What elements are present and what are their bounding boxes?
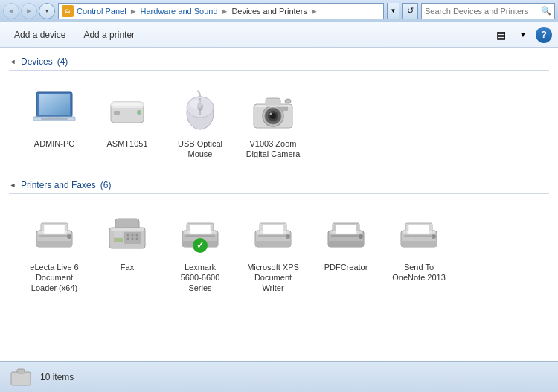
svg-rect-32 xyxy=(38,231,71,234)
svg-rect-2 xyxy=(39,94,70,115)
svg-rect-30 xyxy=(36,241,72,247)
svg-point-15 xyxy=(190,100,202,109)
svg-rect-54 xyxy=(255,241,291,247)
help-button[interactable]: ? xyxy=(536,27,552,43)
svg-rect-9 xyxy=(114,111,120,115)
breadcrumb-devices-printers: Devices and Printers xyxy=(231,7,307,16)
toolbar-right: ▤ ▼ ? xyxy=(491,25,552,45)
pdfcreator-label: PDFCreator xyxy=(324,262,368,272)
lexmark-icon: ✓ xyxy=(176,211,224,259)
asmt1051-icon xyxy=(103,88,151,135)
device-usb-optical-mouse[interactable]: USB Optical Mouse xyxy=(167,83,234,165)
svg-rect-42 xyxy=(114,238,123,242)
devices-grid: ADMIN-PC ASMT1051 xyxy=(9,77,549,177)
device-send-onenote[interactable]: Send To OneNote 2013 xyxy=(385,206,452,299)
svg-rect-53 xyxy=(258,235,288,237)
printers-section-toggle[interactable]: ◄ xyxy=(9,181,16,189)
asmt1051-label: ASMT1051 xyxy=(106,138,147,149)
svg-point-38 xyxy=(127,237,129,240)
default-printer-badge: ✓ xyxy=(193,238,208,253)
device-electa[interactable]: eLecta Live 6 Document Loader (x64) xyxy=(21,206,88,299)
back-button[interactable]: ◄ xyxy=(3,3,19,19)
search-input[interactable] xyxy=(425,7,538,16)
svg-point-40 xyxy=(136,237,138,240)
microsoft-xps-icon xyxy=(249,211,297,259)
view-dropdown-button[interactable]: ▼ xyxy=(513,25,533,45)
toolbar: Add a device Add a printer ▤ ▼ ? xyxy=(0,22,558,48)
devices-section-header: ◄ Devices (4) xyxy=(9,54,549,71)
title-bar: ◄ ► ▼ 🗂 Control Panel ► Hardware and Sou… xyxy=(0,0,558,22)
view-toggle-button[interactable]: ▤ xyxy=(491,25,510,45)
svg-rect-67 xyxy=(404,235,434,237)
svg-rect-56 xyxy=(257,231,289,234)
forward-button[interactable]: ► xyxy=(21,3,37,19)
refresh-button[interactable]: ↺ xyxy=(402,3,418,19)
address-icon: 🗂 xyxy=(62,5,74,17)
devices-section-count: (4) xyxy=(57,57,68,67)
svg-rect-47 xyxy=(185,235,215,237)
nav-buttons: ◄ ► ▼ xyxy=(3,3,55,19)
svg-point-37 xyxy=(136,234,138,236)
admin-pc-label: ADMIN-PC xyxy=(34,138,74,149)
svg-point-21 xyxy=(270,113,272,115)
device-v1003-camera[interactable]: V1003 Zoom Digital Camera xyxy=(240,83,307,165)
breadcrumb-hardware-sound[interactable]: Hardware and Sound xyxy=(141,7,218,16)
svg-point-31 xyxy=(67,234,71,239)
devices-section-toggle[interactable]: ◄ xyxy=(9,58,16,65)
svg-rect-61 xyxy=(328,241,364,247)
lexmark-label: Lexmark 5600-6600 Series xyxy=(170,262,230,294)
search-box: 🔍 xyxy=(421,3,555,19)
status-item-count: 10 items xyxy=(40,372,74,382)
add-device-button[interactable]: Add a device xyxy=(6,25,74,45)
svg-point-35 xyxy=(127,234,129,236)
svg-rect-28 xyxy=(39,235,69,237)
address-bar: 🗂 Control Panel ► Hardware and Sound ► D… xyxy=(58,3,384,19)
svg-point-24 xyxy=(285,99,291,103)
printers-grid: eLecta Live 6 Document Loader (x64) xyxy=(9,200,549,311)
status-bar: 10 items xyxy=(0,361,558,392)
svg-rect-68 xyxy=(401,241,437,247)
device-asmt1051[interactable]: ASMT1051 xyxy=(94,83,161,165)
usb-optical-mouse-label: USB Optical Mouse xyxy=(178,138,222,160)
v1003-camera-icon xyxy=(249,88,297,135)
v1003-camera-label: V1003 Zoom Digital Camera xyxy=(246,138,301,160)
printers-section-count: (6) xyxy=(100,180,112,190)
svg-rect-10 xyxy=(112,103,142,106)
svg-rect-22 xyxy=(266,98,280,106)
pdfcreator-icon xyxy=(322,211,370,259)
device-admin-pc[interactable]: ADMIN-PC xyxy=(21,83,88,165)
svg-rect-60 xyxy=(331,235,361,237)
microsoft-xps-label: Microsoft XPS Document Writer xyxy=(243,262,303,294)
svg-point-36 xyxy=(132,234,134,236)
svg-rect-25 xyxy=(255,105,291,107)
usb-optical-mouse-icon xyxy=(176,88,224,135)
admin-pc-icon xyxy=(31,88,78,135)
electa-icon xyxy=(31,211,78,259)
device-microsoft-xps[interactable]: Microsoft XPS Document Writer xyxy=(240,206,307,299)
address-dropdown-button[interactable]: ▼ xyxy=(387,3,399,19)
svg-point-69 xyxy=(432,234,436,239)
breadcrumb-sep-1: ► xyxy=(129,7,138,16)
breadcrumb-control-panel[interactable]: Control Panel xyxy=(77,7,126,16)
send-onenote-label: Send To OneNote 2013 xyxy=(392,262,446,283)
printers-section-header: ◄ Printers and Faxes (6) xyxy=(9,177,549,194)
recent-locations-button[interactable]: ▼ xyxy=(39,3,55,19)
fax-icon xyxy=(103,211,151,259)
electa-label: eLecta Live 6 Document Loader (x64) xyxy=(30,262,78,294)
svg-rect-41 xyxy=(114,231,123,237)
add-printer-button[interactable]: Add a printer xyxy=(75,25,143,45)
search-icon[interactable]: 🔍 xyxy=(541,6,551,16)
devices-section-title: Devices xyxy=(21,57,53,67)
device-lexmark[interactable]: ✓ Lexmark 5600-6600 Series xyxy=(167,206,234,299)
svg-point-39 xyxy=(132,237,134,240)
printers-section-title: Printers and Faxes xyxy=(21,180,96,190)
svg-point-8 xyxy=(137,110,141,115)
svg-rect-70 xyxy=(403,231,435,234)
svg-rect-5 xyxy=(41,118,68,120)
device-fax[interactable]: Fax xyxy=(94,206,161,299)
status-bar-icon xyxy=(9,365,33,389)
breadcrumb-sep-3: ► xyxy=(310,7,318,16)
svg-rect-71 xyxy=(11,372,31,385)
device-pdfcreator[interactable]: PDFCreator xyxy=(312,206,379,299)
svg-rect-43 xyxy=(111,228,144,231)
